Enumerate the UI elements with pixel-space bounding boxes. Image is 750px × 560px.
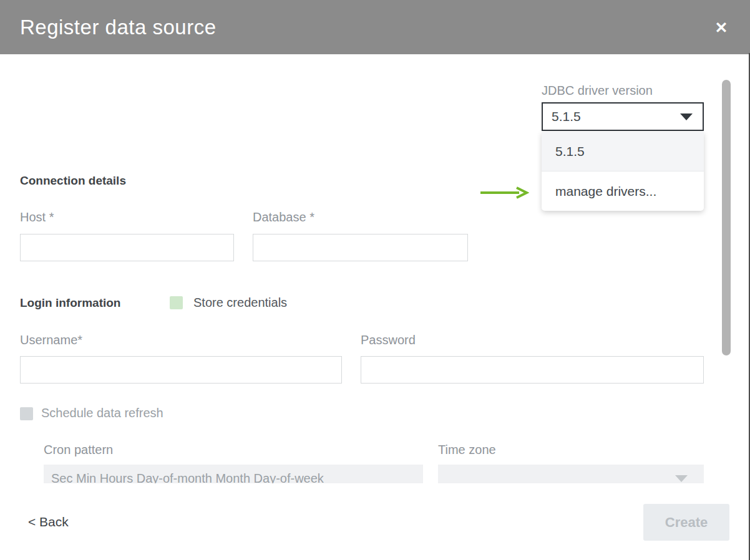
host-label: Host *: [20, 210, 54, 224]
password-label: Password: [361, 333, 416, 347]
password-input[interactable]: [361, 356, 704, 384]
jdbc-driver-version-select[interactable]: 5.1.5: [542, 102, 704, 131]
dropdown-option-version[interactable]: 5.1.5: [542, 132, 704, 171]
dialog-content: JDBC driver version 5.1.5 5.1.5 manage d…: [0, 54, 750, 483]
connection-details-heading: Connection details: [20, 174, 126, 188]
time-zone-label: Time zone: [438, 443, 496, 457]
database-label: Database *: [253, 210, 314, 224]
jdbc-driver-version-label: JDBC driver version: [542, 84, 653, 98]
store-credentials-checkbox[interactable]: [170, 296, 183, 309]
jdbc-driver-version-dropdown: 5.1.5 manage drivers...: [542, 132, 704, 211]
schedule-data-refresh-checkbox[interactable]: [20, 407, 33, 420]
manage-drivers-arrow-icon: [479, 186, 529, 199]
create-button[interactable]: Create: [643, 504, 729, 541]
dropdown-option-manage-drivers[interactable]: manage drivers...: [542, 171, 704, 211]
username-label: Username*: [20, 333, 82, 347]
host-input[interactable]: [20, 234, 234, 261]
chevron-down-icon: [675, 475, 688, 482]
scrollbar-thumb[interactable]: [722, 80, 731, 355]
login-information-heading: Login information: [20, 296, 120, 310]
back-link[interactable]: < Back: [28, 514, 69, 529]
close-icon: ✕: [715, 20, 728, 36]
time-zone-select[interactable]: [438, 465, 704, 483]
jdbc-driver-version-value: 5.1.5: [552, 109, 581, 124]
schedule-data-refresh-label: Schedule data refresh: [41, 406, 163, 420]
register-data-source-dialog: Register data source ✕ JDBC driver versi…: [0, 0, 750, 560]
cron-pattern-label: Cron pattern: [44, 443, 113, 457]
dialog-titlebar: Register data source ✕: [0, 0, 750, 54]
dialog-footer: < Back Create: [0, 483, 750, 560]
store-credentials-label: Store credentials: [193, 296, 287, 310]
database-input[interactable]: [253, 234, 468, 261]
dialog-title: Register data source: [20, 16, 217, 39]
close-button[interactable]: ✕: [709, 15, 734, 40]
username-input[interactable]: [20, 356, 342, 384]
cron-pattern-input[interactable]: [44, 465, 423, 483]
chevron-down-icon: [680, 113, 693, 120]
